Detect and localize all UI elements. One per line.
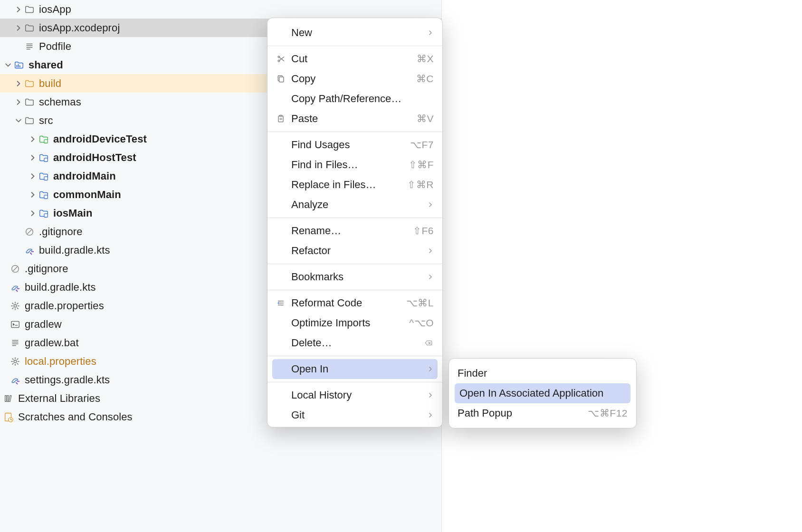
- paste-icon: [275, 113, 286, 124]
- gradle-icon: [10, 374, 21, 386]
- backspace-icon: [423, 339, 434, 347]
- tree-label: Scratches and Consoles: [18, 411, 133, 423]
- menu-item-bookmarks[interactable]: Bookmarks: [267, 267, 442, 287]
- menu-label: Optimize Imports: [291, 317, 409, 329]
- submenu-item-finder[interactable]: Finder: [449, 363, 636, 383]
- menu-item-git[interactable]: Git: [267, 405, 442, 425]
- folder-icon: [24, 22, 35, 34]
- gear-icon: [10, 356, 21, 367]
- folder-icon: [24, 115, 35, 126]
- tree-label: build.gradle.kts: [39, 244, 110, 256]
- tree-label: iosMain: [53, 207, 93, 219]
- tree-label: .gitignore: [39, 226, 83, 238]
- chevron-right-icon[interactable]: [28, 134, 38, 144]
- library-icon: [3, 393, 14, 404]
- menu-item-copy-path[interactable]: Copy Path/Reference…: [267, 89, 442, 109]
- context-menu[interactable]: New Cut ⌘X Copy ⌘C Copy Path/Reference… …: [267, 18, 443, 428]
- submenu-arrow-icon: [427, 366, 434, 372]
- chevron-right-icon[interactable]: [28, 190, 38, 200]
- tree-label: schemas: [39, 96, 81, 108]
- tree-item-iosapp-folder[interactable]: iosApp: [0, 0, 441, 19]
- menu-item-delete[interactable]: Delete…: [267, 333, 442, 353]
- chevron-down-icon[interactable]: [13, 115, 24, 126]
- tree-label: local.properties: [25, 355, 96, 368]
- menu-shortcut: ⌘V: [417, 113, 434, 124]
- menu-item-new[interactable]: New: [267, 23, 442, 43]
- source-set-icon: [38, 171, 49, 182]
- menu-label: Bookmarks: [291, 271, 427, 283]
- menu-shortcut: ⌘X: [417, 53, 434, 65]
- tree-label: src: [39, 114, 53, 127]
- menu-shortcut: ⌥⌘F12: [588, 408, 628, 419]
- menu-shortcut: ⌥⌘L: [406, 297, 434, 309]
- menu-item-local-history[interactable]: Local History: [267, 385, 442, 405]
- gear-icon: [10, 300, 21, 312]
- menu-label: Copy Path/Reference…: [291, 93, 434, 105]
- menu-shortcut: ⇧F6: [413, 225, 434, 237]
- menu-item-paste[interactable]: Paste ⌘V: [267, 109, 442, 129]
- menu-label: Replace in Files…: [291, 179, 407, 191]
- tree-label: androidMain: [53, 170, 116, 182]
- source-set-icon: [38, 152, 49, 163]
- chevron-down-icon[interactable]: [3, 60, 13, 70]
- scratch-icon: [3, 411, 14, 423]
- tree-label: .gitignore: [25, 263, 68, 275]
- chevron-right-icon[interactable]: [13, 4, 24, 15]
- menu-label: Git: [291, 409, 427, 421]
- source-set-icon: [38, 208, 49, 219]
- tree-label: gradlew.bat: [25, 337, 79, 349]
- menu-separator: [267, 218, 442, 218]
- source-set-icon: [38, 189, 49, 200]
- menu-item-replace-in-files[interactable]: Replace in Files… ⇧⌘R: [267, 175, 442, 195]
- submenu-item-path-popup[interactable]: Path Popup ⌥⌘F12: [449, 403, 636, 423]
- tree-label: settings.gradle.kts: [25, 374, 110, 386]
- menu-label: Open In Associated Application: [459, 387, 626, 399]
- menu-label: Rename…: [291, 225, 413, 237]
- submenu-arrow-icon: [427, 412, 434, 418]
- source-set-icon: [38, 133, 49, 145]
- file-icon: [10, 337, 21, 349]
- gradle-icon: [10, 282, 21, 293]
- tree-label: build.gradle.kts: [25, 281, 96, 294]
- menu-item-find-usages[interactable]: Find Usages ⌥F7: [267, 135, 442, 155]
- folder-icon: [24, 96, 35, 108]
- gradle-icon: [24, 245, 35, 256]
- chevron-right-icon[interactable]: [28, 152, 38, 163]
- menu-item-rename[interactable]: Rename… ⇧F6: [267, 221, 442, 241]
- tree-label: androidDeviceTest: [53, 133, 147, 145]
- chevron-right-icon[interactable]: [13, 23, 24, 33]
- menu-separator: [267, 290, 442, 290]
- menu-shortcut: ⇧⌘R: [407, 179, 434, 190]
- menu-item-cut[interactable]: Cut ⌘X: [267, 49, 442, 69]
- tree-label: External Libraries: [18, 392, 100, 405]
- menu-shortcut: ⌥F7: [410, 139, 434, 151]
- open-in-submenu[interactable]: Finder Open In Associated Application Pa…: [449, 358, 637, 428]
- menu-item-refactor[interactable]: Refactor: [267, 241, 442, 261]
- editor-area: [442, 0, 802, 532]
- menu-item-find-in-files[interactable]: Find in Files… ⇧⌘F: [267, 155, 442, 175]
- tree-label: iosApp: [39, 3, 71, 16]
- menu-label: Find Usages: [291, 139, 410, 151]
- menu-shortcut: ⌘C: [416, 73, 434, 85]
- copy-icon: [275, 73, 286, 85]
- submenu-item-open-associated[interactable]: Open In Associated Application: [455, 383, 630, 403]
- menu-item-optimize-imports[interactable]: Optimize Imports ^⌥O: [267, 313, 442, 333]
- tree-label: androidHostTest: [53, 152, 136, 164]
- menu-item-reformat[interactable]: Reformat Code ⌥⌘L: [267, 293, 442, 313]
- chevron-right-icon[interactable]: [13, 78, 24, 89]
- menu-item-analyze[interactable]: Analyze: [267, 195, 442, 215]
- menu-separator: [267, 264, 442, 264]
- menu-label: Paste: [291, 113, 417, 125]
- chevron-right-icon[interactable]: [13, 97, 24, 107]
- chevron-right-icon[interactable]: [28, 208, 38, 218]
- menu-label: Reformat Code: [291, 297, 406, 309]
- menu-item-copy[interactable]: Copy ⌘C: [267, 69, 442, 89]
- menu-label: Analyze: [291, 199, 427, 211]
- menu-separator: [267, 132, 442, 132]
- chevron-right-icon[interactable]: [28, 171, 38, 181]
- menu-item-open-in[interactable]: Open In: [272, 359, 438, 379]
- menu-label: New: [291, 27, 427, 39]
- tree-label: build: [39, 77, 61, 90]
- tree-label: Podfile: [39, 40, 71, 53]
- menu-label: Path Popup: [458, 407, 588, 419]
